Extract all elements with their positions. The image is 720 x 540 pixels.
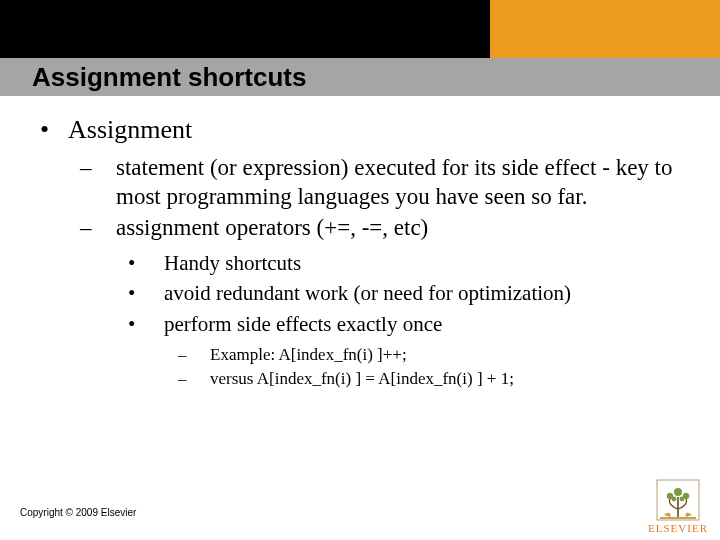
- svg-point-5: [680, 497, 685, 502]
- bullet-l4: Example: A[index_fn(i) ]++;: [194, 344, 676, 367]
- bullet-l3b-text: avoid redundant work (or need for optimi…: [164, 281, 571, 305]
- bullet-l1-text: Assignment: [68, 115, 192, 144]
- slide-header: Assignment shortcuts: [0, 0, 720, 96]
- svg-point-4: [672, 497, 677, 502]
- bullet-l3: avoid redundant work (or need for optimi…: [146, 279, 676, 307]
- bullet-l4a-text: Example: A[index_fn(i) ]++;: [210, 345, 407, 364]
- bullet-l4b-text: versus A[index_fn(i) ] = A[index_fn(i) ]…: [210, 369, 514, 388]
- bullet-l2a-text: statement (or expression) executed for i…: [116, 155, 672, 209]
- publisher-logo-text: ELSEVIER: [648, 522, 708, 534]
- copyright-text: Copyright © 2009 Elsevier: [20, 507, 136, 518]
- svg-point-2: [674, 488, 682, 496]
- bullet-l3c-text: perform side effects exactly once: [164, 312, 442, 336]
- bullet-l2b-text: assignment operators (+=, -=, etc): [116, 215, 428, 240]
- slide-title: Assignment shortcuts: [32, 58, 307, 96]
- elsevier-tree-icon: [656, 479, 700, 521]
- bullet-l2: assignment operators (+=, -=, etc) Handy…: [98, 213, 676, 390]
- header-orange-box: [490, 0, 720, 58]
- publisher-logo: ELSEVIER: [648, 479, 708, 534]
- bullet-l2: statement (or expression) executed for i…: [98, 153, 676, 212]
- bullet-l3: Handy shortcuts: [146, 249, 676, 277]
- slide-body: Assignment statement (or expression) exe…: [0, 96, 720, 391]
- bullet-l3a-text: Handy shortcuts: [164, 251, 301, 275]
- bullet-l1: Assignment statement (or expression) exe…: [44, 114, 676, 391]
- bullet-l3: perform side effects exactly once Exampl…: [146, 310, 676, 391]
- bullet-l4: versus A[index_fn(i) ] = A[index_fn(i) ]…: [194, 368, 676, 391]
- svg-rect-6: [660, 517, 696, 519]
